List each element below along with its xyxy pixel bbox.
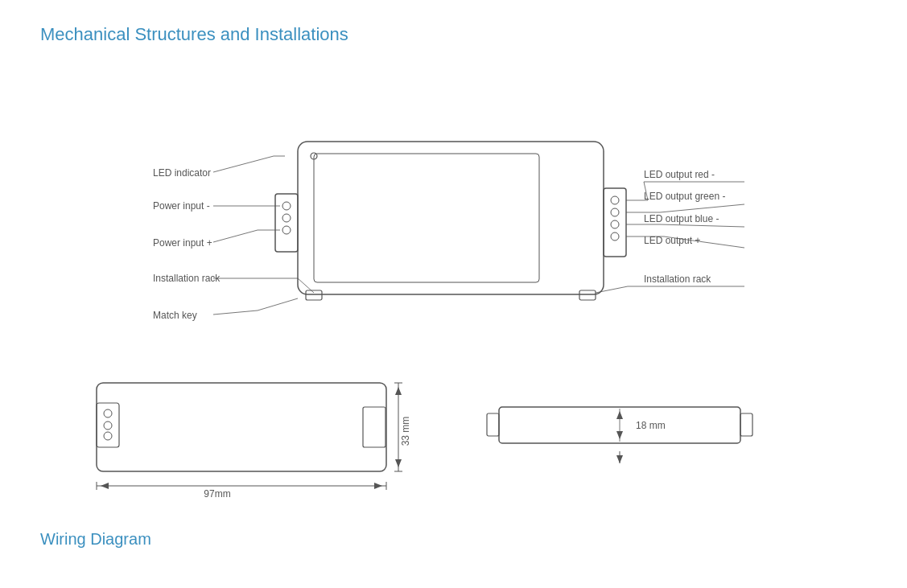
label-led-output-red: LED output red -	[644, 169, 715, 180]
svg-marker-58	[616, 455, 623, 463]
top-diagram: LED indicator Power input - Power input …	[64, 69, 789, 327]
top-view-diagram: 18 mm	[475, 359, 765, 506]
svg-point-4	[282, 214, 291, 222]
label-power-input-plus: Power input +	[153, 237, 212, 249]
svg-point-3	[282, 202, 291, 210]
side-view-diagram: 97mm 33 mm	[64, 359, 410, 506]
label-led-output-green: LED output green -	[644, 191, 725, 202]
svg-marker-45	[374, 483, 382, 489]
svg-marker-49	[395, 387, 402, 395]
svg-line-23	[213, 310, 258, 315]
label-led-output-blue: LED output blue -	[644, 213, 719, 224]
page-title: Mechanical Structures and Installations	[40, 24, 867, 45]
svg-marker-44	[101, 483, 109, 489]
label-match-key: Match key	[153, 310, 197, 321]
label-installation-rack-left: Installation rack	[153, 273, 221, 284]
diagram-section: LED indicator Power input - Power input …	[40, 69, 867, 506]
depth-label: 18 mm	[636, 420, 666, 431]
svg-point-39	[104, 432, 112, 440]
svg-marker-56	[616, 431, 623, 439]
svg-point-8	[611, 208, 619, 216]
page: Mechanical Structures and Installations	[0, 0, 907, 573]
svg-point-9	[611, 220, 619, 228]
svg-marker-55	[616, 411, 623, 419]
label-installation-rack-right: Installation rack	[644, 273, 711, 285]
svg-line-19	[213, 230, 258, 242]
svg-line-15	[213, 156, 274, 172]
svg-rect-52	[487, 413, 499, 436]
svg-point-7	[611, 196, 619, 204]
bottom-diagrams: 97mm 33 mm	[64, 359, 867, 506]
svg-rect-12	[306, 290, 322, 300]
svg-point-38	[104, 421, 112, 430]
svg-point-5	[282, 226, 291, 234]
svg-rect-13	[579, 290, 596, 300]
label-led-output-plus: LED output +	[644, 235, 700, 246]
svg-line-28	[660, 204, 744, 212]
label-led-indicator: LED indicator	[153, 167, 211, 179]
svg-rect-35	[97, 383, 386, 471]
svg-point-37	[104, 409, 112, 417]
svg-rect-6	[604, 188, 626, 257]
svg-line-33	[596, 286, 628, 293]
svg-rect-53	[740, 413, 752, 436]
svg-marker-50	[395, 459, 402, 467]
svg-rect-2	[275, 194, 298, 252]
svg-line-22	[258, 298, 298, 310]
svg-point-10	[611, 232, 619, 241]
label-power-input-minus: Power input -	[153, 200, 210, 212]
wiring-title: Wiring Diagram	[40, 530, 867, 549]
svg-rect-1	[314, 154, 539, 282]
width-label: 97mm	[204, 488, 230, 500]
svg-rect-0	[298, 142, 604, 294]
height-label: 33 mm	[400, 417, 410, 446]
svg-rect-40	[363, 407, 385, 447]
svg-line-30	[660, 224, 744, 227]
